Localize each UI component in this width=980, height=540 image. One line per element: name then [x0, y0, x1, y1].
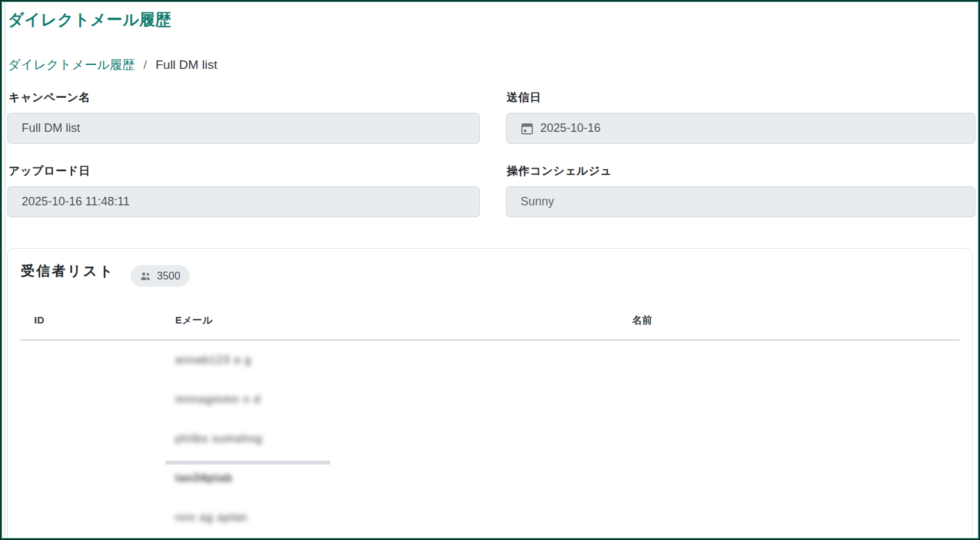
email-redaction-divider — [165, 461, 330, 465]
breadcrumb-link-dm-history[interactable]: ダイレクトメール履歴 — [8, 58, 135, 72]
upload-date-label: アップロード日 — [9, 163, 91, 178]
concierge-value: Sunny — [521, 195, 554, 209]
page: ダイレクトメール履歴 ダイレクトメール履歴 / Full DM list キャン… — [0, 0, 980, 540]
page-title: ダイレクトメール履歴 — [8, 9, 171, 30]
campaign-name-label: キャンペーン名 — [9, 90, 91, 105]
concierge-field: Sunny — [506, 186, 975, 217]
recipient-list-heading: 受信者リスト — [21, 262, 114, 280]
upload-date-value: 2025-10-16 11:48:11 — [22, 195, 129, 209]
recipient-email-redacted: annab123 a g — [175, 354, 251, 367]
breadcrumb-current: Full DM list — [156, 58, 217, 72]
campaign-name-field: Full DM list — [7, 113, 480, 144]
recipient-email-redacted: mnnagmmn n d — [175, 393, 261, 406]
table-header-divider — [20, 339, 960, 341]
send-date-value: 2025-10-16 — [540, 121, 601, 135]
breadcrumb: ダイレクトメール履歴 / Full DM list — [8, 56, 217, 73]
recipient-list-card — [7, 248, 973, 540]
recipient-count-badge: 3500 — [131, 265, 190, 287]
send-date-label: 送信日 — [507, 90, 542, 105]
recipient-count: 3500 — [157, 270, 181, 282]
content-left-border — [5, 2, 5, 538]
column-header-id: ID — [34, 314, 45, 325]
column-header-name: 名前 — [632, 314, 652, 327]
recipient-email-redacted: philbs sumahng — [175, 432, 263, 446]
send-date-field: 2025-10-16 — [506, 113, 975, 144]
column-header-email: Eメール — [175, 314, 213, 327]
campaign-name-value: Full DM list — [22, 121, 80, 135]
breadcrumb-separator: / — [143, 58, 146, 72]
recipient-email-redacted: nnn ag aplan — [175, 511, 247, 524]
concierge-label: 操作コンシェルジュ — [507, 163, 612, 178]
calendar-icon — [521, 122, 534, 135]
upload-date-field: 2025-10-16 11:48:11 — [7, 186, 480, 217]
recipient-email-redacted: lan34plab — [175, 472, 232, 485]
people-icon — [140, 270, 152, 282]
